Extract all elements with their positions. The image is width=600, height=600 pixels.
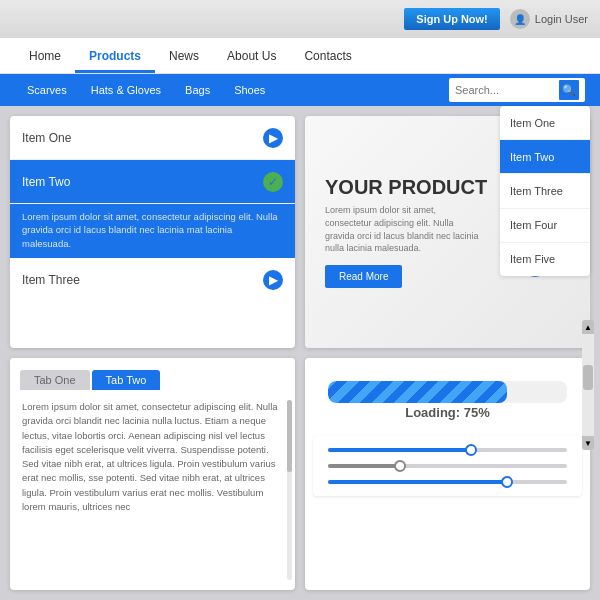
search-button[interactable]: 🔍 bbox=[559, 80, 579, 100]
tab-one-button[interactable]: Tab One bbox=[20, 370, 90, 390]
scrollbar-thumb bbox=[583, 365, 593, 390]
loading-section: Loading: 75% bbox=[313, 366, 582, 430]
accordion-sub-content: Lorem ipsum dolor sit amet, consectetur … bbox=[10, 204, 295, 258]
accordion-panel: Item One ▶ Item Two ✓ Lorem ipsum dolor … bbox=[10, 116, 295, 348]
slider-3-fill bbox=[328, 480, 507, 484]
tab-panel: Tab One Tab Two Lorem ipsum dolor sit am… bbox=[10, 358, 295, 590]
subnav-scarves[interactable]: Scarves bbox=[15, 74, 79, 106]
scrollbar-up-button[interactable]: ▲ bbox=[582, 320, 594, 334]
loading-bar-container bbox=[328, 381, 567, 403]
login-user-area: 👤 Login User bbox=[510, 9, 588, 29]
sub-nav: Scarves Hats & Gloves Bags Shoes 🔍 bbox=[0, 74, 600, 106]
vlist-item-3[interactable]: Item Three bbox=[500, 174, 590, 208]
slider-1[interactable] bbox=[328, 448, 567, 452]
slider-1-thumb[interactable] bbox=[465, 444, 477, 456]
scrollbar-down-button[interactable]: ▼ bbox=[582, 436, 594, 450]
nav-about[interactable]: About Us bbox=[213, 38, 290, 73]
main-nav: Home Products News About Us Contacts bbox=[0, 38, 600, 74]
subnav-bags[interactable]: Bags bbox=[173, 74, 222, 106]
tab-two-button[interactable]: Tab Two bbox=[92, 370, 161, 390]
accordion-icon-3: ▶ bbox=[263, 270, 283, 290]
subnav-hatsgloves[interactable]: Hats & Gloves bbox=[79, 74, 173, 106]
vlist-item-5[interactable]: Item Five bbox=[500, 243, 590, 276]
user-avatar-icon: 👤 bbox=[510, 9, 530, 29]
slider-2[interactable] bbox=[328, 464, 567, 468]
accordion-icon-2: ✓ bbox=[263, 172, 283, 192]
vlist-item-1[interactable]: Item One bbox=[500, 106, 590, 140]
nav-news[interactable]: News bbox=[155, 38, 213, 73]
scrollbar-track bbox=[582, 334, 594, 436]
tab-header: Tab One Tab Two bbox=[10, 358, 295, 390]
accordion-item-3-label: Item Three bbox=[22, 273, 80, 287]
page-scrollbar[interactable]: ▲ ▼ bbox=[582, 320, 594, 450]
search-box: 🔍 bbox=[449, 78, 585, 102]
vlist-item-2[interactable]: Item Two bbox=[500, 140, 590, 174]
tab-scrollbar-thumb bbox=[287, 400, 292, 472]
product-description: Lorem ipsum dolor sit amet, consectetur … bbox=[325, 204, 485, 254]
nav-products[interactable]: Products bbox=[75, 38, 155, 73]
nav-contacts[interactable]: Contacts bbox=[290, 38, 365, 73]
tab-scrollbar[interactable] bbox=[287, 400, 292, 580]
accordion-item-1[interactable]: Item One ▶ bbox=[10, 116, 295, 160]
search-input[interactable] bbox=[455, 84, 555, 96]
accordion-item-2-label: Item Two bbox=[22, 175, 70, 189]
top-bar: Sign Up Now! 👤 Login User bbox=[0, 0, 600, 38]
vlist-item-4[interactable]: Item Four bbox=[500, 209, 590, 243]
slider-2-fill bbox=[328, 464, 400, 468]
slider-2-thumb[interactable] bbox=[394, 460, 406, 472]
vertical-list-panel: Item One Item Two Item Three Item Four I… bbox=[500, 106, 590, 276]
loader-sliders-panel: Loading: 75% bbox=[305, 358, 590, 590]
slider-3-thumb[interactable] bbox=[501, 476, 513, 488]
accordion-item-3[interactable]: Item Three ▶ bbox=[10, 258, 295, 302]
tab-content-text: Lorem ipsum dolor sit amet, consectetur … bbox=[22, 401, 278, 512]
loading-bar-fill bbox=[328, 381, 507, 403]
accordion-item-1-label: Item One bbox=[22, 131, 71, 145]
accordion-item-2[interactable]: Item Two ✓ bbox=[10, 160, 295, 204]
subnav-shoes[interactable]: Shoes bbox=[222, 74, 277, 106]
slider-3[interactable] bbox=[328, 480, 567, 484]
tab-content: Lorem ipsum dolor sit amet, consectetur … bbox=[10, 390, 295, 590]
read-more-button[interactable]: Read More bbox=[325, 265, 402, 288]
loading-text: Loading: 75% bbox=[328, 405, 567, 420]
sliders-container bbox=[313, 436, 582, 496]
accordion-icon-1: ▶ bbox=[263, 128, 283, 148]
nav-home[interactable]: Home bbox=[15, 38, 75, 73]
signup-button[interactable]: Sign Up Now! bbox=[404, 8, 500, 30]
slider-1-fill bbox=[328, 448, 471, 452]
login-label: Login User bbox=[535, 13, 588, 25]
